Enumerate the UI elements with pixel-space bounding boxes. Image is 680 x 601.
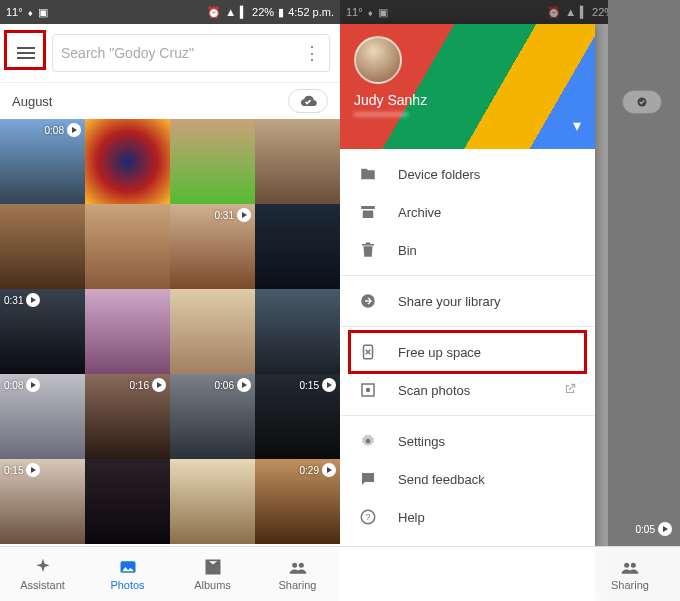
cloud-check-icon (298, 94, 318, 108)
photo-thumb[interactable]: 0:15 (0, 459, 85, 544)
nav-sharing[interactable]: Sharing (594, 557, 666, 591)
photo-thumb[interactable] (255, 119, 340, 204)
backup-status-pill[interactable] (288, 89, 328, 113)
play-icon (152, 378, 166, 392)
menu-bin[interactable]: Bin (340, 231, 595, 269)
bottom-nav-partial: Sharing (340, 546, 680, 601)
status-bar: 11° ⬧ ▣ ⏰ ▲ ▍ 22% ▮ 4:52 p.m. (0, 0, 340, 24)
menu-share-library[interactable]: Share your library (340, 282, 595, 320)
battery-icon: ▮ (278, 6, 284, 19)
play-icon (26, 378, 40, 392)
photo-thumb[interactable] (85, 119, 170, 204)
trash-icon (358, 241, 378, 259)
play-icon (26, 293, 40, 307)
menu-scan-photos[interactable]: Scan photos (340, 371, 595, 409)
menu-send-feedback[interactable]: Send feedback (340, 460, 595, 498)
photo-thumb[interactable]: 0:06 (170, 374, 255, 459)
bg-video-thumb-duration: 0:05 (636, 522, 672, 536)
photo-thumb[interactable] (170, 289, 255, 374)
photo-thumb[interactable]: 0:31 (0, 289, 85, 374)
folder-icon (358, 165, 378, 183)
sharing-icon (288, 557, 308, 577)
play-icon (26, 463, 40, 477)
photo-thumb[interactable] (255, 289, 340, 374)
photo-thumb[interactable]: 0:31 (170, 204, 255, 289)
app-icon: ▣ (38, 6, 48, 19)
play-icon (658, 522, 672, 536)
play-icon (322, 378, 336, 392)
signal-icon: ▍ (240, 6, 248, 19)
alarm-icon: ⏰ (207, 6, 221, 19)
user-email-blurred: •••••••••••••• (354, 108, 581, 120)
svg-text:?: ? (365, 512, 370, 522)
svg-point-2 (298, 563, 303, 568)
menu-device-folders[interactable]: Device folders (340, 155, 595, 193)
svg-point-1 (292, 563, 297, 568)
photo-thumb[interactable] (170, 119, 255, 204)
menu-divider (340, 275, 595, 276)
play-icon (237, 208, 251, 222)
play-icon (237, 378, 251, 392)
photo-thumb[interactable] (85, 289, 170, 374)
screen-drawer-open: 11° ⬧ ▣ ⏰ ▲ ▍ 22% ▮ 4:52 p.m. 0:05 (340, 0, 680, 601)
nav-photos[interactable]: Photos (85, 547, 170, 601)
photo-thumb[interactable] (85, 204, 170, 289)
search-placeholder: Search "Godoy Cruz" (61, 45, 194, 61)
search-row: Search "Godoy Cruz" ⋮ (0, 24, 340, 83)
nav-albums[interactable]: Albums (170, 547, 255, 601)
dropbox-icon: ⬧ (27, 6, 34, 18)
highlight-hamburger (4, 30, 46, 70)
svg-point-7 (366, 388, 371, 393)
section-label: August (12, 94, 52, 109)
user-name: Judy Sanhz (354, 92, 581, 108)
menu-help[interactable]: ? Help (340, 498, 595, 536)
svg-point-12 (631, 563, 636, 568)
menu-settings[interactable]: Settings (340, 422, 595, 460)
drawer-header[interactable]: Judy Sanhz •••••••••••••• ▾ (340, 24, 595, 149)
photo-thumb[interactable] (255, 204, 340, 289)
photo-thumb[interactable] (85, 459, 170, 544)
help-icon: ? (358, 508, 378, 526)
sharing-icon (620, 557, 640, 577)
account-chevron-down-icon[interactable]: ▾ (573, 116, 581, 135)
external-link-icon (563, 382, 577, 399)
clock-text: 4:52 p.m. (288, 6, 334, 18)
photos-icon (118, 557, 138, 577)
free-space-icon (358, 343, 378, 361)
gear-icon (358, 432, 378, 450)
play-icon (322, 463, 336, 477)
assistant-icon (33, 557, 53, 577)
navigation-drawer: Judy Sanhz •••••••••••••• ▾ Device folde… (340, 24, 595, 601)
wifi-icon: ▲ (225, 6, 236, 18)
battery-pct: 22% (252, 6, 274, 18)
bottom-nav: Assistant Photos Albums Sharing (0, 546, 340, 601)
albums-icon (203, 557, 223, 577)
section-header: August (0, 83, 340, 119)
menu-free-up-space[interactable]: Free up space (340, 333, 595, 371)
nav-sharing[interactable]: Sharing (255, 547, 340, 601)
avatar (354, 36, 402, 84)
photo-thumb[interactable]: 0:29 (255, 459, 340, 544)
archive-icon (358, 203, 378, 221)
photo-thumb[interactable]: 0:08 (0, 119, 85, 204)
drawer-menu: Device folders Archive Bin Share your li… (340, 149, 595, 542)
photo-thumb[interactable]: 0:15 (255, 374, 340, 459)
play-icon (67, 123, 81, 137)
photo-grid: 0:08 0:31 0:31 0:08 0:16 0:06 0:15 0:15 … (0, 119, 340, 544)
nav-assistant[interactable]: Assistant (0, 547, 85, 601)
menu-archive[interactable]: Archive (340, 193, 595, 231)
photo-thumb[interactable] (170, 459, 255, 544)
photo-thumb[interactable]: 0:16 (85, 374, 170, 459)
svg-point-11 (624, 563, 629, 568)
share-library-icon (358, 292, 378, 310)
search-input[interactable]: Search "Godoy Cruz" ⋮ (52, 34, 330, 72)
screen-photos-grid: 11° ⬧ ▣ ⏰ ▲ ▍ 22% ▮ 4:52 p.m. Search "Go… (0, 0, 340, 601)
menu-divider (340, 326, 595, 327)
scan-icon (358, 381, 378, 399)
temperature-indicator: 11° (6, 6, 23, 18)
feedback-icon (358, 470, 378, 488)
photo-thumb[interactable]: 0:08 (0, 374, 85, 459)
photo-thumb[interactable] (0, 204, 85, 289)
more-options-icon[interactable]: ⋮ (303, 51, 321, 55)
menu-divider (340, 415, 595, 416)
